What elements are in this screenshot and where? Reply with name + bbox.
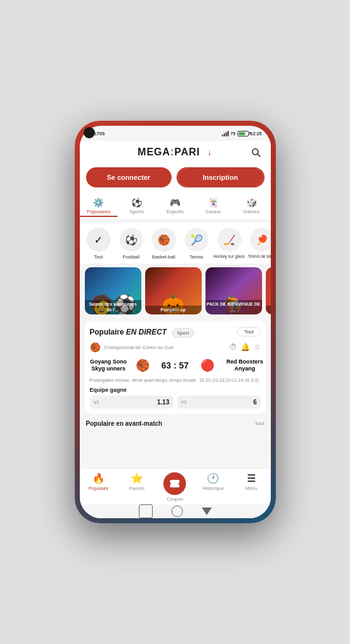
team1-info: Goyang Sono Skyg unners: [90, 358, 124, 372]
sports-icon: ⚽: [131, 197, 142, 208]
tennis-table-label: Tennis de table: [248, 254, 271, 259]
live-header: Populaire EN DIRECT Sport Tout: [90, 326, 261, 337]
football-icon: ⚽: [119, 228, 143, 252]
promo-section: 🧑‍⚽ Saison des vainqueurs de l'... 🎃 Pum…: [80, 264, 271, 318]
nav-item-esports[interactable]: 🎮 Esports: [156, 196, 194, 217]
tout-label: Tout: [94, 254, 102, 260]
esports-icon: 🎮: [170, 197, 180, 208]
tout-icon: ✓: [87, 228, 111, 252]
basketball-label: Basket-ball: [152, 254, 175, 260]
register-highlight: Inscription: [177, 167, 265, 187]
live-tout-button[interactable]: Tout: [237, 327, 260, 336]
svg-line-1: [258, 154, 260, 157]
promo-caption-1: Saison des vainqueurs de l'...: [85, 300, 141, 314]
bet-type-label: Equipe gagne: [90, 387, 261, 393]
bottom-nav-historique[interactable]: 🕐 Historique: [194, 472, 232, 502]
star-nav-icon: ⭐: [131, 472, 143, 484]
sport-item-tout[interactable]: ✓ Tout: [85, 228, 112, 260]
sport-badge: Sport: [172, 328, 194, 338]
bottom-nav-menu[interactable]: ☰ Menu: [232, 472, 271, 502]
sport-item-football[interactable]: ⚽ Football: [118, 228, 145, 260]
promo-caption-3: PACK DE BIENVENUE DE ...: [205, 300, 262, 314]
team2-logo: 🔴: [200, 358, 214, 372]
circle-indicator: [172, 506, 183, 517]
match-info-bar: 🏀 Championnat de Corée du Sud ⏱ 🔔 ☆: [90, 342, 261, 352]
sports-label: Sports: [129, 209, 144, 214]
bet-v2-val: 6: [253, 399, 257, 406]
status-right: 75 12:25: [222, 131, 262, 136]
menu-nav-icon: ☰: [247, 472, 256, 484]
bottom-nav-coupon[interactable]: Coupon: [156, 472, 194, 502]
battery-icon: [238, 131, 249, 136]
bottom-nav-favoris[interactable]: ⭐ Favoris: [118, 472, 156, 502]
bet-row: V1 1.13 V2 6: [90, 396, 261, 409]
search-icon[interactable]: [248, 145, 263, 160]
games-label: Games: [243, 209, 260, 214]
top-header: MEGA:PARI ↓: [80, 141, 271, 164]
nav-item-games[interactable]: 🎲 Games: [232, 196, 271, 217]
sport-item-tennis-table[interactable]: 🏓 Tennis de table: [248, 228, 271, 260]
login-button[interactable]: Se connecter: [86, 167, 172, 187]
coupon-nav-label: Coupon: [167, 496, 183, 502]
football-label: Football: [123, 254, 139, 260]
match-action-icons: ⏱ 🔔 ☆: [229, 343, 261, 352]
bet-v1-val: 1.13: [157, 399, 169, 406]
clock-nav-icon: 🕐: [207, 472, 219, 484]
avant-match-title: Populaire en avant-match: [86, 420, 163, 427]
live-section: Populaire EN DIRECT Sport Tout 🏀 Champio…: [85, 321, 266, 414]
tennis-label: Tennis: [190, 254, 204, 260]
star-icon[interactable]: ☆: [254, 343, 261, 352]
clock-icon[interactable]: ⏱: [229, 343, 237, 352]
phone-frame: CELTIIS 75 12:25 MEG: [75, 121, 276, 523]
casino-label: Casino: [205, 209, 221, 214]
live-title-wrap: Populaire EN DIRECT Sport: [90, 326, 194, 337]
hockey-icon: 🏒: [217, 228, 241, 252]
esports-label: Esports: [167, 209, 183, 214]
battery-pct: 75: [231, 131, 236, 136]
tennis-icon: 🎾: [185, 228, 209, 252]
bottom-nav-populaire[interactable]: 🔥 Populaire: [80, 472, 118, 502]
team2-name: Red Boosters Anyang: [226, 358, 263, 372]
promo-card-1[interactable]: 🧑‍⚽ Saison des vainqueurs de l'...: [85, 267, 141, 314]
populaire-nav-label: Populaire: [89, 486, 109, 491]
league-icon: 🏀: [90, 342, 101, 352]
hockey-label: Hockey sur glace: [214, 254, 245, 259]
bet-option-v2[interactable]: V2 6: [177, 396, 261, 409]
team1-logo: 🏀: [136, 358, 150, 372]
sport-item-tennis[interactable]: 🎾 Tennis: [183, 228, 211, 260]
register-button[interactable]: Inscription: [178, 169, 263, 186]
promo-card-2[interactable]: 🎃 Pumpkin up: [145, 267, 202, 314]
casino-icon: 🃏: [208, 197, 219, 208]
nav-item-casino[interactable]: 🃏 Casino: [194, 196, 232, 217]
tennis-table-icon: 🏓: [250, 228, 271, 252]
match-score: 63 : 57: [161, 360, 189, 370]
sports-subnav: ✓ Tout ⚽ Football 🏀 Basket-ball 🎾 Tennis…: [80, 223, 271, 264]
logo: MEGA:PARI ↓: [138, 147, 212, 158]
promo-card-4[interactable]: 10 Frida...: [266, 267, 271, 314]
promo-caption-4: Frida...: [266, 306, 271, 314]
bet-v2-key: V2: [181, 399, 187, 405]
main-nav: ⚙️ Populaires ⚽ Sports 🎮 Esports 🃏 Casin…: [80, 192, 271, 220]
historique-nav-label: Historique: [202, 486, 224, 491]
bell-icon[interactable]: 🔔: [241, 343, 250, 352]
match-score-row: Goyang Sono Skyg unners 🏀 63 : 57 🔴 Red …: [90, 356, 261, 375]
favoris-nav-label: Favoris: [129, 486, 145, 491]
bottom-nav: 🔥 Populaire ⭐ Favoris Coupon 🕐 Historiqu…: [80, 468, 271, 504]
sport-item-basketball[interactable]: 🏀 Basket-ball: [150, 228, 178, 260]
betting-section: Equipe gagne V1 1.13 V2 6: [90, 387, 261, 409]
populaires-icon: ⚙️: [93, 197, 104, 208]
avant-tout-label: Tout: [254, 421, 264, 426]
square-indicator: [139, 504, 153, 518]
league-name: Championnat de Corée du Sud: [104, 345, 173, 350]
sport-item-hockey[interactable]: 🏒 Hockey sur glace: [216, 228, 243, 260]
signal-icon: [222, 131, 229, 136]
basketball-icon: 🏀: [152, 228, 176, 252]
promo-card-3[interactable]: 🏇 PACK DE BIENVENUE DE ...: [205, 267, 262, 314]
nav-item-sports[interactable]: ⚽ Sports: [118, 196, 156, 217]
match-detail: Prolongation incluse, 4ème quart-temps, …: [90, 377, 261, 383]
nav-item-populaires[interactable]: ⚙️ Populaires: [80, 196, 118, 217]
menu-nav-label: Menu: [246, 486, 258, 491]
auth-buttons: Se connecter Inscription: [80, 164, 271, 192]
bet-option-v1[interactable]: V1 1.13: [90, 396, 173, 409]
coupon-btn[interactable]: [163, 472, 186, 495]
